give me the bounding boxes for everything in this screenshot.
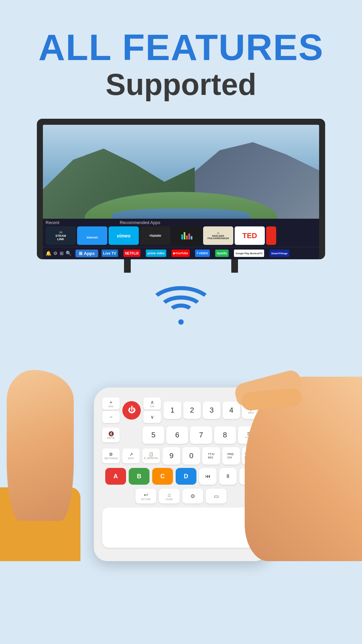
remote-area: + VOL − ⏻ ∧ CH ∨ 1	[0, 333, 362, 561]
remote-control: + VOL − ⏻ ∧ CH ∨ 1	[94, 387, 268, 561]
section-recommended: Recommended Apps	[120, 220, 160, 225]
ch-group: ∧ CH ∨	[143, 397, 161, 423]
settings-nav-button[interactable]: ⚙	[182, 489, 203, 503]
numpad-row2: 5 6 7 8 ☰CH LIST	[142, 426, 260, 444]
num-8[interactable]: 8	[214, 426, 236, 444]
tv-frame: Recent Recommended Apps 🎮STEAMLINK 🌐Inte…	[37, 119, 325, 273]
color-btn-d[interactable]: D	[176, 468, 196, 485]
app-ted[interactable]: TED	[235, 226, 265, 245]
vol-up-button[interactable]: + VOL	[102, 397, 120, 410]
hand-right-wrapper	[245, 343, 362, 561]
settings-button[interactable]: ⚙ SETTINGS	[102, 448, 120, 463]
section-recent: Recent	[46, 220, 59, 225]
tv-app-row: 🎮STEAMLINK 🌐Internet vimeo +tunein	[46, 226, 316, 245]
app-steam[interactable]: 🎮STEAMLINK	[46, 226, 76, 245]
vol-group: + VOL −	[102, 397, 120, 423]
app-internet[interactable]: 🌐Internet	[77, 226, 107, 245]
rewind-button[interactable]: ⏮	[199, 468, 217, 485]
app-vimeo[interactable]: vimeo	[109, 226, 139, 245]
power-button[interactable]: ⏻	[122, 401, 141, 420]
tv-nav-fbvideo[interactable]: f VIDEO	[193, 249, 212, 258]
num-9[interactable]: 9	[163, 447, 180, 465]
mute-button[interactable]: 🔇 MUTE	[102, 428, 120, 442]
tv-display-wrapper: Recent Recommended Apps 🎮STEAMLINK 🌐Inte…	[0, 119, 362, 273]
wifi-dot	[178, 319, 184, 325]
play-pause-button[interactable]: ⏸	[219, 468, 237, 485]
vol-down-button[interactable]: −	[102, 411, 120, 423]
emanual-button[interactable]: 📋 E_MANUAL	[142, 448, 160, 463]
num-0[interactable]: 0	[182, 447, 200, 465]
tv-nav-spotify[interactable]: Spotify	[213, 249, 231, 258]
num-4[interactable]: 4	[223, 401, 240, 419]
num-5[interactable]: 5	[142, 426, 164, 444]
num-7[interactable]: 7	[190, 426, 212, 444]
tv-body: Recent Recommended Apps 🎮STEAMLINK 🌐Inte…	[37, 119, 325, 259]
tv-nav-google[interactable]: Google Play Movies&TV	[232, 249, 266, 258]
page-title-line1: ALL FEATURES	[0, 27, 362, 67]
ch-up-button[interactable]: ∧ CH	[143, 397, 161, 410]
remote-top-row: + VOL − ⏻ ∧ CH ∨ 1	[102, 397, 260, 423]
num-3[interactable]: 3	[203, 401, 221, 419]
app-tunein[interactable]: +tunein	[140, 226, 170, 245]
tv-stand	[37, 259, 325, 273]
tv-nav-netflix[interactable]: NETFLIX	[121, 249, 143, 258]
nav-row: ↩ RETUNE ⌂ HOME ⚙ ▭	[102, 489, 260, 503]
exit-button[interactable]: ↗ EXIT	[122, 448, 140, 463]
water-body	[112, 209, 250, 219]
tv-screen: Recent Recommended Apps 🎮STEAMLINK 🌐Inte…	[43, 125, 319, 259]
num-ttx[interactable]: TTX/MIX	[202, 447, 220, 465]
tv-nav-prime[interactable]: prime video	[144, 249, 168, 258]
home-button[interactable]: ⌂ HOME	[159, 489, 180, 503]
screen-button[interactable]: ▭	[206, 489, 227, 503]
color-btn-a[interactable]: A	[105, 468, 126, 485]
num-prech[interactable]: PRE-CH	[222, 447, 240, 465]
tv-nav-youtube[interactable]: ▶YouTube	[170, 249, 192, 258]
num-1[interactable]: 1	[164, 401, 181, 419]
header-section: ALL FEATURES Supported	[0, 0, 362, 102]
hand-left-wrapper	[0, 360, 80, 561]
hand-left	[7, 370, 74, 521]
tv-nav-samsung[interactable]: SmartThings	[267, 249, 291, 258]
remote-settings-row: ⚙ SETTINGS ↗ EXIT 📋 E_MANUAL 9 0 TTX/MIX…	[102, 447, 260, 465]
apps-label: Apps	[84, 251, 95, 256]
tv-nav-apps-button[interactable]: ⊞ Apps	[75, 250, 98, 257]
color-media-row: A B C D ⏮ ⏸ ⏭	[102, 468, 260, 485]
wifi-signal	[0, 286, 362, 326]
stand-leg-left	[124, 259, 131, 273]
tv-nav-bar: 🔔⚙⊞🔍 ⊞ Apps Live TV NETFLIX prime video	[43, 247, 319, 259]
tv-landscape	[43, 125, 319, 219]
tv-section-labels: Recent Recommended Apps	[46, 220, 316, 225]
num-2[interactable]: 2	[183, 401, 201, 419]
app-deezer[interactable]	[172, 226, 202, 245]
color-btn-c[interactable]: C	[152, 468, 173, 485]
page-title-line2: Supported	[0, 67, 362, 102]
ch-down-button[interactable]: ∨	[143, 411, 161, 423]
tv-nav-icons: 🔔⚙⊞🔍	[46, 251, 71, 256]
app-extra[interactable]	[266, 226, 276, 245]
stand-leg-right	[231, 259, 238, 273]
remote-mid-row: 🔇 MUTE 5 6 7 8 ☰CH LIST	[102, 426, 260, 444]
app-berliner[interactable]: ⬡BERLINERPHILHARMONIKER	[203, 226, 233, 245]
color-btn-b[interactable]: B	[129, 468, 149, 485]
tv-nav-livetv[interactable]: Live TV	[100, 249, 120, 258]
remote-touchpad[interactable]	[102, 507, 260, 548]
wifi-icon	[147, 286, 215, 326]
tv-apps-section: Recent Recommended Apps 🎮STEAMLINK 🌐Inte…	[43, 219, 319, 247]
num-6[interactable]: 6	[166, 426, 188, 444]
retune-button[interactable]: ↩ RETUNE	[135, 489, 156, 503]
